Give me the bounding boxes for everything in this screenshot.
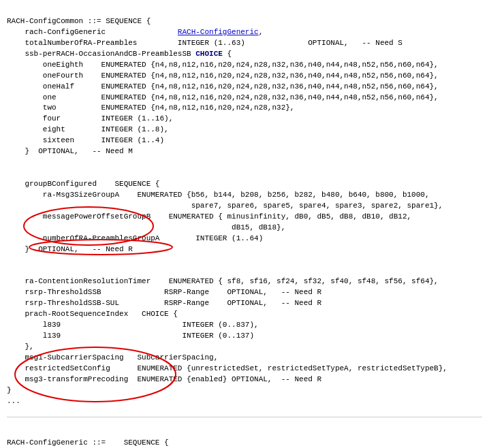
- line-21: ra-ContentionResolutionTimer ENUMERATED …: [7, 277, 439, 285]
- line-30: msg3-transformPrecoding ENUMERATED {enab…: [7, 375, 321, 383]
- line-27: },: [7, 342, 34, 351]
- line-1: RACH-ConfigCommon ::= SEQUENCE {: [7, 17, 151, 25]
- code-section-1: RACH-ConfigCommon ::= SEQUENCE { rach-Co…: [0, 0, 489, 413]
- line-11: eight INTEGER (1..8),: [7, 125, 169, 133]
- line-18: dB15, dB18},: [7, 223, 285, 231]
- line-3: totalNumberOfRA-Preambles INTEGER (1..63…: [7, 39, 403, 47]
- line-17: messagePowerOffsetGroupB ENUMERATED { mi…: [7, 212, 411, 221]
- line-12: sixteen INTEGER (1..4): [7, 136, 164, 144]
- line-23: rsrp-ThresholdSSB-SUL RSRP-Range OPTIONA…: [7, 299, 321, 307]
- line-6: oneFourth ENUMERATED {n4,n8,n12,n16,n20,…: [7, 71, 439, 80]
- line-28: msg1-SubcarrierSpacing SubcarrierSpacing…: [7, 353, 218, 362]
- line-25: l839 INTEGER (0..837),: [7, 321, 259, 329]
- section-divider: [7, 417, 482, 417]
- line-29: restrictedSetConfig ENUMERATED {unrestri…: [7, 364, 447, 372]
- line-10: four INTEGER (1..16),: [7, 114, 173, 123]
- line-7: oneHalf ENUMERATED {n4,n8,n12,n16,n20,n2…: [7, 82, 439, 91]
- line-2: rach-ConfigGeneric RACH-ConfigGeneric,: [7, 28, 263, 36]
- s2-line-1: RACH-ConfigGeneric ::= SEQUENCE {: [7, 438, 169, 447]
- line-31: }: [7, 386, 12, 394]
- line-4: ssb-perRACH-OccasionAndCB-PreamblesSB CH…: [7, 50, 232, 58]
- line-9: two ENUMERATED {n4,n8,n12,n16,n20,n24,n2…: [7, 103, 294, 112]
- line-26: l139 INTEGER (0..137): [7, 332, 254, 340]
- line-8: one ENUMERATED {n4,n8,n12,n16,n20,n24,n2…: [7, 93, 439, 101]
- rach-config-generic-link[interactable]: RACH-ConfigGeneric: [178, 28, 259, 36]
- line-32: ...: [7, 397, 20, 405]
- line-22: rsrp-ThresholdSSB RSRP-Range OPTIONAL, -…: [7, 288, 321, 296]
- line-14: groupBConfigured SEQUENCE {: [7, 180, 159, 188]
- line-19: numberOfRA-PreamblesGroupA INTEGER (1..6…: [7, 234, 263, 242]
- line-24: prach-RootSequenceIndex CHOICE {: [7, 310, 178, 318]
- line-16: spare7, spare6, spare5, spare4, spare3, …: [7, 202, 443, 210]
- line-13: } OPTIONAL, -- Need M: [7, 147, 133, 155]
- line-5: oneEighth ENUMERATED {n4,n8,n12,n16,n20,…: [7, 61, 439, 69]
- line-20: } OPTIONAL, -- Need R: [7, 245, 133, 253]
- code-section-2: RACH-ConfigGeneric ::= SEQUENCE { prach-…: [0, 421, 489, 448]
- line-15: ra-Msg3SizeGroupA ENUMERATED {b56, b144,…: [7, 191, 430, 199]
